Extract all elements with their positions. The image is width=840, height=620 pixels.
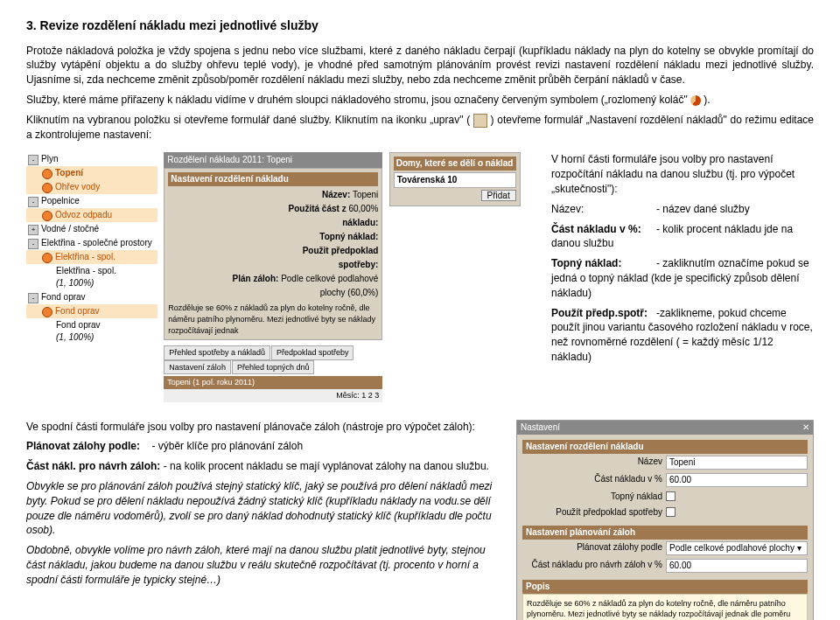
houses-header: Domy, které se dělí o náklad <box>394 157 516 171</box>
right-intro: V horní části formuláře jsou volby pro n… <box>551 152 814 196</box>
minus-icon: - <box>28 239 38 249</box>
tab[interactable]: Přehled topných dnů <box>232 360 315 375</box>
pie-slice-icon <box>42 307 52 317</box>
tab[interactable]: Přehled spotřeby a nákladů <box>164 345 270 360</box>
settings-section-header: Nastavení rozdělení nákladu <box>522 440 808 454</box>
minus-icon: - <box>28 293 38 303</box>
dialog-titlebar: Nastavení ✕ <box>517 421 813 435</box>
paragraph-1: Protože nákladová položka je vždy spojen… <box>26 44 814 87</box>
bottom-left-text: Ve spodní části formuláře jsou volby pro… <box>26 420 499 620</box>
form-tabs: Přehled spotřeby a nákladůPředpoklad spo… <box>164 345 382 374</box>
name-input[interactable]: Topeni <box>666 456 808 470</box>
pie-icon <box>690 95 701 106</box>
paragraph-2: Služby, které máme přiřazeny k nákladu v… <box>26 93 814 108</box>
form-section-header: Nastavení rozdělení nákladu <box>168 172 378 186</box>
pie-slice-icon <box>42 211 52 221</box>
tree-item[interactable]: Ohřev vody <box>26 180 158 194</box>
settings-section-header: Popis <box>522 580 808 594</box>
tree-item[interactable]: Elektřina - spol. <box>26 250 158 264</box>
pie-slice-icon <box>42 253 52 263</box>
edit-icon <box>473 114 487 128</box>
houses-panel: Domy, které se dělí o náklad Továrenská … <box>389 152 521 206</box>
cost-tree: -Plyn Topení Ohřev vody -Popelnice Odvoz… <box>26 152 158 345</box>
minus-icon: - <box>28 155 38 165</box>
plan-by-select[interactable]: Podle celkové podlahové plochy ▾ <box>666 541 808 555</box>
add-button[interactable]: Přidat <box>481 190 516 201</box>
pie-slice-icon <box>42 169 52 179</box>
right-info-block: V horní části formuláře jsou volby pro n… <box>551 152 814 401</box>
paragraph-3: Kliknutím na vybranou položku si otevřem… <box>26 113 814 143</box>
tree-item[interactable]: Fond oprav <box>26 304 158 318</box>
settings-section-header: Nastavení plánování záloh <box>522 526 808 540</box>
tab[interactable]: Předpoklad spotřeby <box>271 345 354 360</box>
percent-input[interactable]: 60.00 <box>666 473 808 487</box>
heating-checkbox[interactable] <box>666 491 676 501</box>
minus-icon: - <box>28 197 38 207</box>
page-heading: 3. Revize rozdělení nákladu mezi jednotl… <box>26 17 814 35</box>
plan-percent-input[interactable]: 60.00 <box>666 559 808 573</box>
forecast-checkbox[interactable] <box>666 507 676 517</box>
tree-item[interactable]: Odvoz odpadu <box>26 208 158 222</box>
tab[interactable]: Nastavení záloh <box>164 360 231 375</box>
cost-split-form: Rozdělení nákladu 2011: Topeni Nastavení… <box>164 152 382 401</box>
description-textarea[interactable]: Rozděluje se 60% z nákladů za plyn do ko… <box>522 594 808 620</box>
form-title: Rozdělení nákladu 2011: Topeni <box>164 152 382 168</box>
pie-slice-icon <box>42 183 52 193</box>
close-icon[interactable]: ✕ <box>802 421 809 434</box>
tree-item[interactable]: Topení <box>26 166 158 180</box>
settings-dialog: Nastavení ✕ Nastavení rozdělení nákladu … <box>516 420 814 620</box>
plus-icon: + <box>28 225 38 235</box>
form-note: Rozděluje se 60% z nákladů za plyn do ko… <box>168 303 378 336</box>
